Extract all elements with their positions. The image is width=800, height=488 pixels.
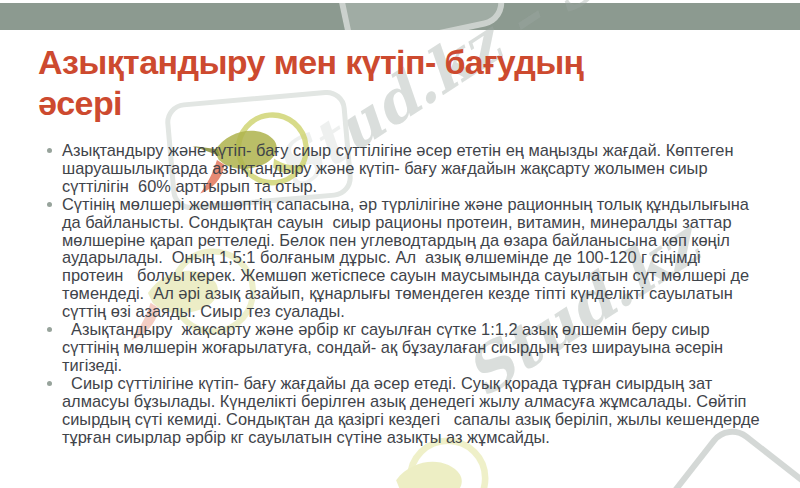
presentation-slide: Stud.kz – Stud.kz Stud.kz Азықтандыру ме… [0,0,800,488]
slide-title: Азықтандыру мен күтіп- бағудың әсері [38,42,738,124]
bullet-dot-icon [47,327,52,332]
bullet-item: Сүтінің мөлшері жемшөптің сапасына, әр т… [62,196,760,321]
bullet-dot-icon [47,202,52,207]
bullet-dot-icon [47,148,52,153]
bullet-text: Сиыр сүттілігіне күтіп- бағу жағдайы да … [62,375,760,447]
bullet-dot-icon [47,381,52,386]
bullet-item: Азықтандыру жақсарту және әрбір кг сауыл… [62,321,760,375]
slide-title-line-2: әсері [38,83,738,124]
bullet-text: Сүтінің мөлшері жемшөптің сапасына, әр т… [62,196,760,321]
bullet-item: Сиыр сүттілігіне күтіп- бағу жағдайы да … [62,375,760,447]
slide-title-line-1: Азықтандыру мен күтіп- бағудың [38,42,738,83]
bullet-text: Азықтандыру жақсарту және әрбір кг сауыл… [62,321,760,375]
bullet-text: Азықтандыру және күтіп- бағу сиыр сүттіл… [62,142,760,196]
bullet-item: Азықтандыру және күтіп- бағу сиыр сүттіл… [62,142,760,196]
top-color-band [0,3,800,30]
slide-body: Азықтандыру және күтіп- бағу сиыр сүттіл… [46,142,760,446]
bullet-list: Азықтандыру және күтіп- бағу сиыр сүттіл… [46,142,760,446]
